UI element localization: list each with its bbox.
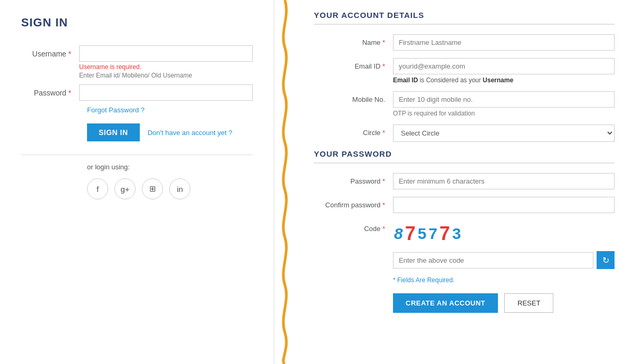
username-hint: Enter Email id/ Mobileno/ Old Username: [79, 72, 253, 79]
username-row: Username * Username is required. Enter E…: [21, 45, 253, 79]
confirm-password-field: [393, 197, 615, 213]
social-icons-row: f g+ ⊞ in: [87, 178, 253, 199]
required-note: * Fields Are Required.: [393, 276, 615, 284]
email-hint-bold2: Username: [483, 76, 513, 84]
captcha-digit-1: 8: [394, 225, 403, 243]
reg-password-field: [393, 173, 615, 189]
username-input-group: Username is required. Enter Email id/ Mo…: [79, 45, 253, 79]
captcha-digit-6: 3: [452, 225, 461, 243]
email-hint-bold1: Email ID: [393, 76, 418, 84]
email-input[interactable]: [393, 58, 615, 74]
captcha-input-row: ↻: [393, 251, 615, 269]
confirm-password-row: Confirm password *: [314, 197, 615, 213]
name-input[interactable]: [393, 34, 615, 51]
confirm-password-label: Confirm password *: [314, 197, 393, 209]
left-panel: SIGN IN Username * Username is required.…: [0, 0, 274, 364]
email-row: Email ID * Email ID is Considered as you…: [314, 58, 615, 84]
action-row: CREATE AN ACCOUNT RESET: [393, 293, 615, 313]
captcha-refresh-button[interactable]: ↻: [597, 251, 615, 269]
signin-button[interactable]: SIGN IN: [87, 123, 140, 141]
or-login-text: or login using:: [87, 163, 253, 171]
captcha-digit-5: 7: [439, 223, 450, 245]
circle-row: Circle * Select Circle: [314, 124, 615, 142]
windows-icon[interactable]: ⊞: [142, 178, 163, 199]
password-input-group: [79, 84, 253, 101]
reg-password-input[interactable]: [393, 173, 615, 189]
captcha-input[interactable]: [393, 252, 593, 269]
reg-password-row: Password *: [314, 173, 615, 189]
password-row: Password *: [21, 84, 253, 101]
reg-password-label: Password *: [314, 173, 393, 185]
required-note-text: Fields Are Required.: [397, 276, 455, 284]
email-label: Email ID *: [314, 58, 393, 70]
divider: [21, 155, 253, 155]
name-field: [393, 34, 615, 51]
facebook-icon[interactable]: f: [87, 178, 108, 199]
email-field-group: Email ID is Considered as your Username: [393, 58, 615, 84]
password-input[interactable]: [79, 84, 253, 101]
otp-hint: OTP is required for validation: [393, 110, 615, 117]
captcha-digit-2: 7: [405, 223, 416, 245]
google-icon[interactable]: g+: [114, 178, 136, 199]
reset-button[interactable]: RESET: [504, 293, 553, 313]
create-account-button[interactable]: CREATE AN ACCOUNT: [393, 293, 498, 313]
password-label: Password *: [21, 84, 79, 97]
mobile-row: Mobile No. OTP is required for validatio…: [314, 91, 615, 117]
right-panel: YOUR ACCOUNT DETAILS Name * Email ID * E…: [295, 0, 633, 364]
captcha-digit-3: 5: [418, 225, 427, 243]
captcha-digit-4: 7: [428, 225, 437, 243]
signin-action-row: SIGN IN Don't have an account yet ?: [87, 123, 253, 141]
username-error: Username is required.: [79, 63, 253, 71]
mobile-input[interactable]: [393, 91, 615, 108]
linkedin-icon[interactable]: in: [169, 178, 190, 199]
code-row: Code * 8 7 5 7 7 3 ↻: [314, 221, 615, 269]
code-label: Code *: [314, 221, 393, 233]
required-star-note: *: [393, 276, 397, 284]
username-label: Username *: [21, 45, 79, 58]
name-row: Name *: [314, 34, 615, 51]
circle-select[interactable]: Select Circle: [393, 124, 615, 142]
circle-field: Select Circle: [393, 124, 615, 142]
mobile-label: Mobile No.: [314, 91, 393, 103]
email-hint: Email ID is Considered as your Username: [393, 76, 615, 84]
captcha-display: 8 7 5 7 7 3: [393, 221, 615, 247]
confirm-password-input[interactable]: [393, 197, 615, 213]
circle-label: Circle *: [314, 124, 393, 137]
password-section-title: YOUR PASSWORD: [314, 149, 615, 164]
username-input[interactable]: [79, 45, 253, 62]
forgot-password-link[interactable]: Forgot Password ?: [87, 106, 253, 114]
name-label: Name *: [314, 34, 393, 46]
no-account-link[interactable]: Don't have an account yet ?: [148, 129, 233, 137]
account-section-title: YOUR ACCOUNT DETAILS: [314, 11, 615, 25]
mobile-field-group: OTP is required for validation: [393, 91, 615, 117]
sign-in-title: SIGN IN: [21, 16, 253, 30]
wavy-divider: [274, 0, 295, 364]
code-field: 8 7 5 7 7 3 ↻: [393, 221, 615, 269]
